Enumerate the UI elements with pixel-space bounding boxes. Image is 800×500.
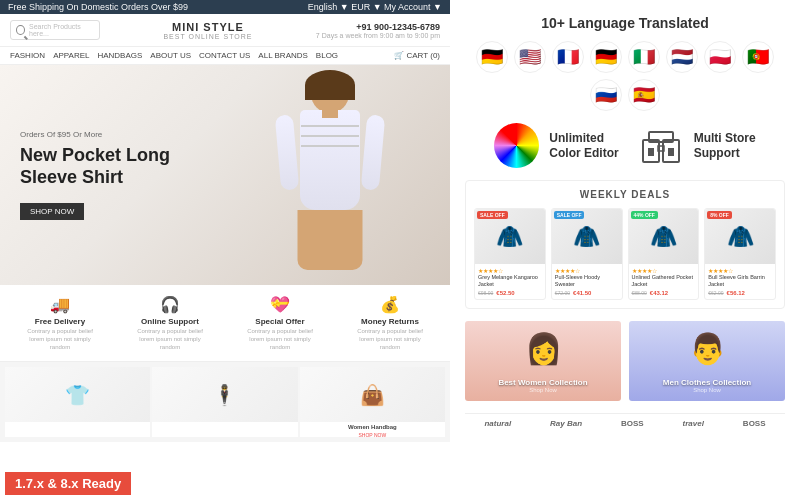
header: Search Products here... MINI STYLE BEST … [0, 14, 450, 47]
flag-ru: 🇷🇺 [590, 79, 622, 111]
brand-rayban: Ray Ban [550, 419, 582, 428]
collection-men-sublabel[interactable]: Shop Now [693, 387, 721, 393]
features-row: 🚚 Free Delivery Contrary a popular belie… [0, 285, 450, 362]
collection-men-label: Men Clothes Collection [663, 378, 751, 387]
nav-fashion[interactable]: FASHION [10, 51, 45, 60]
announcement-right: English ▼ EUR ▼ My Account ▼ [308, 2, 442, 12]
product-handbag-image: 👜 [300, 367, 445, 422]
flag-row: 🇩🇪 🇺🇸 🇫🇷 🇩🇪 🇮🇹 🇳🇱 🇵🇱 🇵🇹 🇷🇺 🇪🇸 [465, 41, 785, 111]
svg-rect-4 [668, 148, 674, 156]
deal-name-4: Bull Sleeve Girls Barrin Jacket [708, 274, 772, 288]
deal-card-1[interactable]: SALE OFF 🧥 ★★★★☆ Grey Melange Kangaroo J… [474, 208, 546, 300]
flag-pt: 🇵🇹 [742, 41, 774, 73]
product-handbag-link[interactable]: SHOP NOW [300, 432, 445, 437]
deal-stars-3: ★★★★☆ [632, 267, 696, 274]
bottom-products: 👕 🕴️ 👜 Women Handbag SHOP NOW [0, 362, 450, 442]
nav-bar: FASHION APPAREL HANDBAGS ABOUT US CONTAC… [0, 47, 450, 65]
deals-title: WEEKLY DEALS [474, 189, 776, 200]
search-icon [16, 25, 25, 35]
brand-tagline: BEST ONLINE STORE [163, 33, 252, 40]
collection-women-sublabel[interactable]: Shop Now [529, 387, 557, 393]
phone-number: +91 900-12345-6789 [316, 22, 440, 32]
language-section: 10+ Language Translated 🇩🇪 🇺🇸 🇫🇷 🇩🇪 🇮🇹 🇳… [465, 15, 785, 111]
feature-offer: 💝 Special Offer Contrary a popular belie… [240, 295, 320, 351]
nav-contact[interactable]: CONTACT US [199, 51, 250, 60]
deal-old-price-1: €98.00 [478, 290, 493, 296]
offer-desc: Contrary a popular belief lorem ipsum no… [240, 328, 320, 351]
offer-title: Special Offer [240, 317, 320, 326]
deal-card-2[interactable]: SALE OFF 🧥 ★★★★☆ Pull-Sleeve Hoody Sweat… [551, 208, 623, 300]
announcement-bar: Free Shipping On Domestic Orders Over $9… [0, 0, 450, 14]
deal-info-1: ★★★★☆ Grey Melange Kangaroo Jacket €98.0… [475, 264, 545, 299]
deal-price-3: €88.00 €43.12 [632, 290, 696, 296]
nav-blog[interactable]: BLOG [316, 51, 338, 60]
multistore-text: Multi StoreSupport [694, 131, 756, 160]
delivery-icon: 🚚 [20, 295, 100, 314]
collection-women[interactable]: 👩 Best Women Collection Shop Now [465, 321, 621, 401]
deal-name-3: Unlined Gathered Pocket Jacket [632, 274, 696, 288]
deal-info-4: ★★★★☆ Bull Sleeve Girls Barrin Jacket €6… [705, 264, 775, 299]
collection-women-label: Best Women Collection [498, 378, 587, 387]
hours-text: 7 Days a week from 9:00 am to 9:00 pm [316, 32, 440, 39]
brand-natural: natural [484, 419, 511, 428]
brand-travel: travel [683, 419, 704, 428]
color-editor-text: UnlimitedColor Editor [549, 131, 618, 160]
deal-badge-2: SALE OFF [554, 211, 585, 219]
deal-card-4[interactable]: 8% OFF 🧥 ★★★★☆ Bull Sleeve Girls Barrin … [704, 208, 776, 300]
deal-old-price-4: €62.00 [708, 290, 723, 296]
flag-de2: 🇩🇪 [590, 41, 622, 73]
flag-nl: 🇳🇱 [666, 41, 698, 73]
feature-support: 🎧 Online Support Contrary a popular beli… [130, 295, 210, 351]
deal-name-2: Pull-Sleeve Hoody Sweater [555, 274, 619, 288]
deal-price-1: €98.00 €52.50 [478, 290, 542, 296]
deal-info-3: ★★★★☆ Unlined Gathered Pocket Jacket €88… [629, 264, 699, 299]
support-desc: Contrary a popular belief lorem ipsum no… [130, 328, 210, 351]
deal-stars-2: ★★★★☆ [555, 267, 619, 274]
multistore-feature: Multi StoreSupport [639, 123, 756, 168]
product-handbag[interactable]: 👜 Women Handbag SHOP NOW [300, 367, 445, 437]
flag-fr: 🇫🇷 [552, 41, 584, 73]
flag-pl: 🇵🇱 [704, 41, 736, 73]
shop-now-button[interactable]: SHOP NOW [20, 203, 84, 220]
collection-men[interactable]: 👨 Men Clothes Collection Shop Now [629, 321, 785, 401]
product-handbag-label: Women Handbag [300, 422, 445, 432]
color-wheel-icon [494, 123, 539, 168]
multistore-svg [641, 126, 681, 166]
left-panel: Free Shipping On Domestic Orders Over $9… [0, 0, 450, 500]
flag-us: 🇺🇸 [514, 41, 546, 73]
logo: MINI STYLE BEST ONLINE STORE [163, 21, 252, 40]
announcement-text: Free Shipping On Domestic Orders Over $9… [8, 2, 188, 12]
svg-rect-3 [648, 148, 654, 156]
hero-image [230, 65, 430, 285]
deal-card-3[interactable]: 44% OFF 🧥 ★★★★☆ Unlined Gathered Pocket … [628, 208, 700, 300]
flag-it: 🇮🇹 [628, 41, 660, 73]
deal-new-price-3: €43.12 [650, 290, 668, 296]
support-icon: 🎧 [130, 295, 210, 314]
deal-stars-4: ★★★★☆ [708, 267, 772, 274]
deal-new-price-2: €41.50 [573, 290, 591, 296]
search-bar[interactable]: Search Products here... [10, 20, 100, 40]
brands-row: natural Ray Ban BOSS travel BOSS [465, 413, 785, 433]
deal-badge-3: 44% OFF [631, 211, 658, 219]
support-title: Online Support [130, 317, 210, 326]
version-badge: 1.7.x & 8.x Ready [5, 472, 131, 495]
brand-boss1: BOSS [621, 419, 644, 428]
deal-old-price-2: €72.00 [555, 290, 570, 296]
nav-handbags[interactable]: HANDBAGS [97, 51, 142, 60]
deal-badge-1: SALE OFF [477, 211, 508, 219]
collections-row: 👩 Best Women Collection Shop Now 👨 Men C… [465, 321, 785, 401]
hero-section: Orders Of $95 Or More New Pocket Long Sl… [0, 65, 450, 285]
nav-apparel[interactable]: APPAREL [53, 51, 89, 60]
color-editor-title: UnlimitedColor Editor [549, 131, 618, 160]
deal-new-price-1: €52.50 [496, 290, 514, 296]
nav-about[interactable]: ABOUT US [150, 51, 191, 60]
product-pants: 🕴️ [152, 367, 297, 437]
brand-name: MINI STYLE [163, 21, 252, 33]
header-contact: +91 900-12345-6789 7 Days a week from 9:… [316, 22, 440, 39]
deal-badge-4: 8% OFF [707, 211, 732, 219]
nav-brands[interactable]: ALL BRANDS [258, 51, 308, 60]
cart-icon[interactable]: 🛒 CART (0) [394, 51, 440, 60]
search-placeholder: Search Products here... [29, 23, 94, 37]
returns-icon: 💰 [350, 295, 430, 314]
color-editor-feature: UnlimitedColor Editor [494, 123, 618, 168]
